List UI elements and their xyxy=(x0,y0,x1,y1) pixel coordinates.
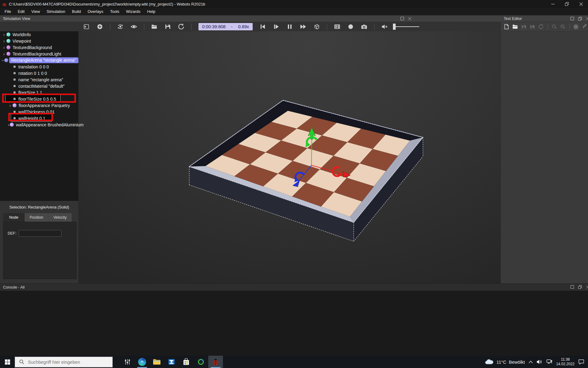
tree-row-viewpoint[interactable]: ›Viewpoint xyxy=(0,38,78,44)
close-button[interactable] xyxy=(574,0,588,8)
open-file-icon[interactable] xyxy=(512,23,518,30)
screenshot-camera-icon[interactable] xyxy=(359,23,369,31)
def-input[interactable] xyxy=(19,230,62,237)
save-file-icon[interactable] xyxy=(520,23,527,30)
tree-row-rotation[interactable]: rotation 0 1 0 0 xyxy=(0,70,78,76)
text-editor-body[interactable] xyxy=(501,32,588,283)
preferences-gear-icon[interactable] xyxy=(573,23,579,30)
new-file-icon[interactable] xyxy=(503,23,510,30)
store-icon[interactable] xyxy=(179,356,194,368)
clock[interactable]: 11:38 14.02.2022 xyxy=(556,357,575,366)
tree-row-floorappearance[interactable]: ›floorAppearance Parquetry xyxy=(0,102,78,109)
pause-icon[interactable] xyxy=(285,23,295,31)
field-bullet-icon xyxy=(13,91,16,94)
menu-item-build[interactable]: Build xyxy=(69,8,84,15)
console-maximize-button[interactable] xyxy=(571,285,574,289)
chevron-collapsed-icon[interactable]: › xyxy=(8,123,9,127)
task-view-icon[interactable] xyxy=(120,356,135,368)
tree-row-name[interactable]: name "rectangle arena" xyxy=(0,76,78,83)
tree-row-floortilesize[interactable]: floorTileSize 0.5 0.5 xyxy=(0,96,78,102)
find-icon[interactable] xyxy=(551,23,558,30)
menu-item-tools[interactable]: Tools xyxy=(107,8,123,15)
node-purple-icon xyxy=(6,52,10,56)
tab-velocity[interactable]: Velocity xyxy=(48,213,72,222)
reload-world-icon[interactable] xyxy=(176,23,187,31)
start-button[interactable] xyxy=(0,356,15,368)
node-teal-icon xyxy=(6,33,10,36)
tree-row-floorsize[interactable]: floorSize 1 1 xyxy=(0,89,78,96)
hide-scene-tree-icon[interactable] xyxy=(81,23,92,31)
text-editor-restore-button[interactable] xyxy=(578,17,582,21)
action-center-icon[interactable] xyxy=(578,359,584,365)
console-restore-button[interactable] xyxy=(578,285,582,289)
text-editor-close-button[interactable] xyxy=(586,17,588,20)
save-world-icon[interactable] xyxy=(163,23,173,31)
field-bullet-icon xyxy=(13,98,16,100)
add-node-icon[interactable] xyxy=(95,23,105,31)
chevron-expanded-icon[interactable]: › xyxy=(1,59,5,61)
circular-app-icon[interactable] xyxy=(194,356,208,368)
tree-row-wallappearance[interactable]: ›wallAppearance BrushedAluminium xyxy=(0,121,78,128)
edge-icon[interactable] xyxy=(135,356,149,368)
open-world-folder-icon[interactable] xyxy=(149,23,160,31)
search-input[interactable] xyxy=(27,359,105,365)
chevron-collapsed-icon[interactable]: › xyxy=(2,45,6,50)
tree-row-texturedbackground[interactable]: ›TexturedBackground xyxy=(0,44,78,51)
file-explorer-icon[interactable] xyxy=(149,356,164,368)
chevron-collapsed-icon[interactable]: › xyxy=(2,33,6,37)
menu-item-simulation[interactable]: Simulation xyxy=(43,8,69,15)
rendering-cube-icon[interactable] xyxy=(311,23,322,31)
3d-viewport[interactable] xyxy=(78,31,500,283)
console-output[interactable] xyxy=(0,291,588,356)
fast-forward-icon[interactable] xyxy=(298,23,308,31)
weather-temp: 11°C xyxy=(496,359,506,365)
tray-expand-chevron-icon[interactable] xyxy=(529,361,533,363)
simulation-view-close-button[interactable] xyxy=(408,17,411,20)
tree-row-rectanglearena[interactable]: ›RectangleArena "rectangle arena" xyxy=(0,57,78,63)
restore-button[interactable] xyxy=(560,0,574,8)
text-editor-maximize-button[interactable] xyxy=(571,17,574,20)
restore-viewpoint-icon[interactable] xyxy=(115,23,126,31)
webots-taskbar-icon[interactable] xyxy=(208,356,223,368)
node-editor-tabs: Node Position Velocity xyxy=(3,213,78,222)
chevron-collapsed-icon[interactable]: › xyxy=(2,52,6,56)
tray-network-icon[interactable] xyxy=(546,359,552,365)
tree-row-texturedbackgroundlight[interactable]: ›TexturedBackgroundLight xyxy=(0,51,78,57)
rewind-icon[interactable] xyxy=(258,23,268,31)
mail-icon[interactable] xyxy=(164,356,179,368)
tree-row-translation[interactable]: translation 0 0 0 xyxy=(0,63,78,70)
tree-row-worldinfo[interactable]: ›WorldInfo xyxy=(0,31,78,38)
menu-item-file[interactable]: File xyxy=(1,8,14,15)
tree-row-wallthickness[interactable]: wallThickness 0.01 xyxy=(0,109,78,115)
edit-pen-icon[interactable] xyxy=(581,23,588,30)
tab-position[interactable]: Position xyxy=(24,213,48,222)
menu-item-wizards[interactable]: Wizards xyxy=(123,8,144,15)
taskbar-search[interactable] xyxy=(15,357,113,367)
find-replace-icon[interactable] xyxy=(560,23,566,30)
tree-row-contactmaterial[interactable]: contactMaterial "default" xyxy=(0,83,78,89)
chevron-collapsed-icon[interactable]: › xyxy=(8,103,12,108)
chevron-collapsed-icon[interactable]: › xyxy=(2,39,6,43)
revert-file-icon[interactable] xyxy=(538,23,545,30)
tray-speaker-icon[interactable] xyxy=(537,359,543,364)
weather-widget[interactable]: 11°C Bewölkt xyxy=(485,359,525,365)
simulation-view-float-button[interactable] xyxy=(401,17,404,20)
menu-item-view[interactable]: View xyxy=(28,8,43,15)
movie-icon[interactable] xyxy=(332,23,342,31)
rectangle-arena-3d[interactable] xyxy=(78,31,500,283)
def-label: DEF: xyxy=(8,231,16,236)
menu-item-overlays[interactable]: Overlays xyxy=(84,8,107,15)
save-as-icon[interactable] xyxy=(529,23,536,30)
tree-row-wallheight[interactable]: wallHeight 0.1 xyxy=(0,115,78,121)
volume-slider-handle[interactable] xyxy=(393,24,396,30)
sound-muted-icon[interactable] xyxy=(379,23,390,31)
eye-icon[interactable] xyxy=(129,23,139,31)
menu-item-edit[interactable]: Edit xyxy=(14,8,28,15)
tab-node[interactable]: Node xyxy=(3,213,24,222)
step-icon[interactable] xyxy=(271,23,281,31)
record-icon[interactable] xyxy=(345,23,356,31)
volume-slider[interactable] xyxy=(393,24,419,30)
minimize-button[interactable] xyxy=(546,0,560,8)
menu-item-help[interactable]: Help xyxy=(144,8,159,15)
console-close-button[interactable] xyxy=(586,286,588,289)
